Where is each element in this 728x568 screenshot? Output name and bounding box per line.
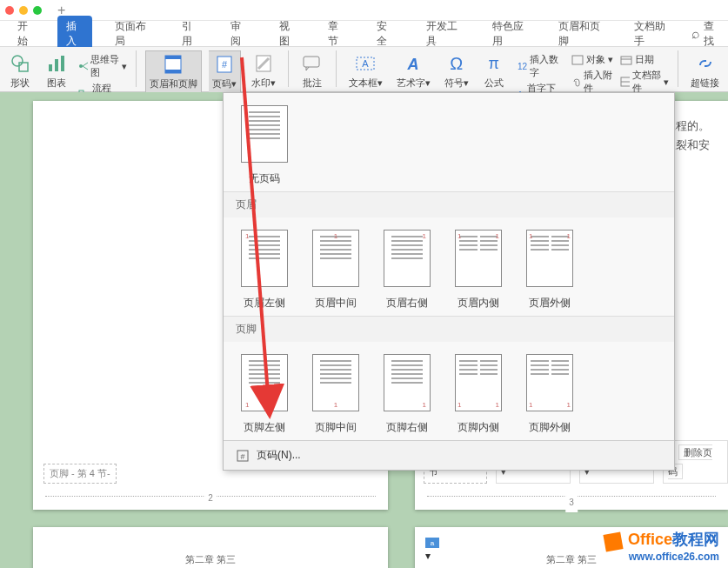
footer-tag-left: 页脚 - 第 4 节- [43,464,117,484]
insert-number-icon: 12 [516,61,527,71]
attach-icon [571,77,581,87]
watermark-icon [253,53,274,74]
opt-footer-left[interactable]: 1页脚左侧 [241,354,288,435]
symbol-button[interactable]: Ω 符号▾ [441,50,472,91]
wordart-button[interactable]: A 艺术字▾ [393,50,434,91]
section-footer-label: 页脚 [224,316,674,342]
page-number-icon: # [214,54,235,75]
svg-line-7 [83,66,88,70]
chapter-left: 第二章 第三 [185,553,236,566]
svg-text:a: a [431,539,435,547]
svg-rect-4 [61,56,64,71]
opt-no-pagenum[interactable]: 无页码 [241,105,288,186]
formula-button[interactable]: π 公式 [479,50,509,91]
textbox-icon: A [355,54,376,73]
opt-header-left[interactable]: 1页眉左侧 [241,230,288,311]
svg-point-0 [12,56,23,66]
traffic-min[interactable] [19,6,28,15]
svg-rect-24 [572,56,583,64]
traffic-close[interactable] [5,6,14,15]
opt-footer-center[interactable]: 1页脚中间 [312,354,359,435]
opt-footer-right[interactable]: 1页脚右侧 [384,354,431,435]
textbox-button[interactable]: A 文本框▾ [345,50,386,91]
svg-text:12: 12 [518,62,527,71]
opt-footer-outside[interactable]: 11页脚外侧 [526,354,573,435]
traffic-max[interactable] [33,6,42,15]
ribbon-insert: 形状 图表 思维导图▾ 流程图▾ 页眉和页脚 # 页码▾ 水印▾ 批注 A 文本… [0,47,728,92]
shapes-button[interactable]: 形状 [5,50,35,91]
pagenum-dialog-icon: # [236,449,250,463]
object-icon [571,55,584,65]
wordart-icon: A [403,54,424,73]
shapes-icon [10,54,30,73]
separator [288,50,289,87]
attach-button[interactable]: 插入附件 [571,69,614,95]
separator [136,50,137,87]
page-number-right: 3 [565,493,578,512]
footer-line-right: 3 [427,496,716,501]
svg-rect-3 [55,59,58,71]
watermark-button[interactable]: 水印▾ [248,50,279,91]
svg-rect-13 [165,70,181,73]
field-icon[interactable]: a ▾ [425,538,441,562]
object-button[interactable]: 对象▾ [571,53,614,66]
header-footer-icon [163,54,184,75]
chart-icon [47,54,66,73]
hyperlink-button[interactable]: 超链接 [687,50,723,91]
svg-rect-25 [621,57,631,64]
docpart-icon [620,77,630,87]
search-icon: ⌕ [691,26,700,42]
page-number-left: 2 [204,493,217,503]
docpart-button[interactable]: 文档部件▾ [620,69,669,95]
comment-icon [302,55,323,72]
date-button[interactable]: 日期 [620,53,669,66]
insert-group-2: 对象▾ 插入附件 [571,50,614,95]
mindmap-icon [78,61,88,71]
more-pagenum-button[interactable]: # 页码(N)... [224,440,674,470]
svg-text:A: A [363,58,370,69]
page-number-button[interactable]: # 页码▾ [209,50,241,93]
page-number-dropdown: 无页码 页眉 1页眉左侧 1页眉中间 1页眉右侧 11页眉内侧 11页眉外侧 页… [223,92,675,471]
svg-text:A: A [407,56,419,73]
insert-number-button[interactable]: 12插入数字 [516,53,564,79]
site-watermark: Office教程网 www.office26.com [604,529,719,563]
search-button[interactable]: ⌕ 查找 [691,19,719,49]
page-left-2[interactable]: 第二章 第三 [33,527,388,568]
thumb-nopn [241,105,288,163]
svg-line-6 [83,63,88,66]
symbol-icon: Ω [445,52,468,75]
comment-button[interactable]: 批注 [297,50,327,91]
header-footer-button[interactable]: 页眉和页脚 [145,50,202,93]
insert-group-3: 日期 文档部件▾ [620,50,669,95]
opt-footer-inside[interactable]: 11页脚内侧 [455,354,502,435]
opt-header-center[interactable]: 1页眉中间 [312,230,359,311]
svg-rect-12 [165,56,181,59]
mindmap-button[interactable]: 思维导图▾ [78,53,127,79]
svg-rect-1 [19,63,28,71]
separator [336,50,337,87]
section-header-label: 页眉 [224,191,674,217]
svg-text:#: # [222,59,228,70]
chapter-right: 第二章 第三 [546,553,597,566]
opt-header-right[interactable]: 1页眉右侧 [384,230,431,311]
opt-header-inside[interactable]: 11页眉内侧 [455,230,502,311]
svg-rect-2 [49,64,52,71]
hyperlink-icon [695,55,716,72]
watermark-logo-icon [603,531,623,551]
ribbon-tabs: 开始 插入 页面布局 引用 审阅 视图 章节 安全 开发工具 特色应用 页眉和页… [0,21,728,47]
opt-header-outside[interactable]: 11页眉外侧 [526,230,573,311]
footer-line-left: 2 [45,496,376,501]
formula-icon: π [483,52,505,75]
svg-rect-18 [304,57,319,67]
svg-text:#: # [240,452,244,461]
chart-button[interactable]: 图表 [42,50,71,91]
search-label: 查找 [704,19,719,49]
separator [678,50,678,87]
svg-point-5 [79,64,83,68]
date-icon [620,55,632,65]
